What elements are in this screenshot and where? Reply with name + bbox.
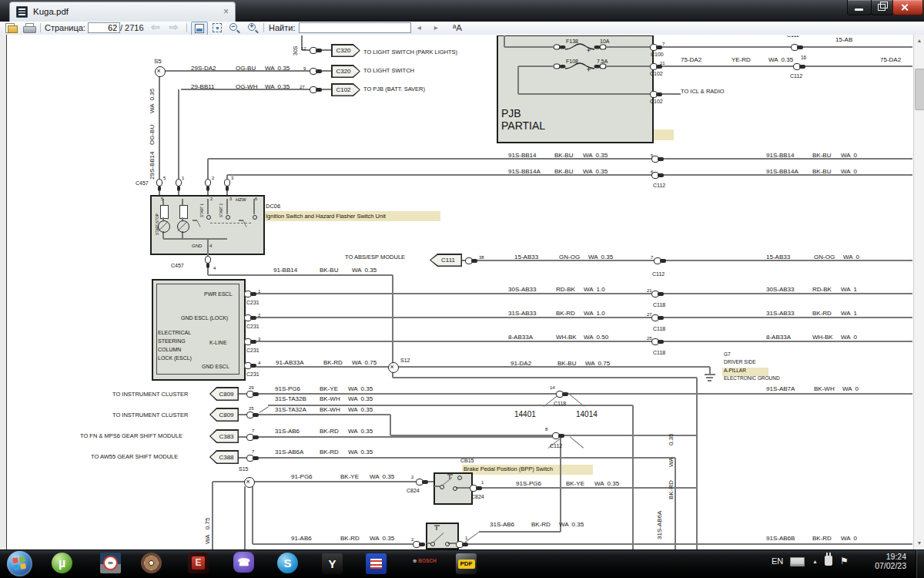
wire-label: 7.5A bbox=[597, 59, 608, 64]
fit-page-icon bbox=[213, 23, 222, 32]
wire-v bbox=[560, 437, 561, 532]
start-button[interactable] bbox=[7, 551, 32, 576]
wire-v bbox=[504, 35, 504, 47]
contact-circle bbox=[226, 215, 230, 220]
minimize-button[interactable] bbox=[847, 0, 872, 15]
connector-tag: C383 bbox=[209, 429, 239, 443]
wire-label: WH WA 0.75 bbox=[205, 518, 211, 549]
wire-h bbox=[706, 377, 713, 378]
wire-label: START/STOP bbox=[156, 213, 160, 235]
wire-label: Ignition Switch and Hazard Flasher Switc… bbox=[266, 213, 386, 220]
page-number-input[interactable] bbox=[88, 22, 120, 33]
terminal-connector bbox=[224, 179, 231, 192]
wire-label: BK-RD bbox=[340, 536, 360, 542]
wire-label: WH-BK bbox=[812, 334, 833, 341]
document-tab[interactable]: Kuga.pdf × bbox=[9, 2, 236, 22]
yandex-browser-icon[interactable]: Y bbox=[322, 553, 343, 574]
utorrent-icon[interactable]: µ bbox=[52, 553, 72, 573]
restore-icon bbox=[878, 4, 886, 11]
pdf-canvas[interactable]: C320C320C102C111C809C809C383C388S529S-DA… bbox=[7, 35, 913, 549]
language-indicator[interactable]: EN bbox=[772, 556, 783, 566]
wire-h bbox=[662, 46, 912, 47]
connector-tag-label: C320 bbox=[333, 66, 360, 77]
disc-burner-icon[interactable] bbox=[141, 553, 162, 573]
wire-label: BK-RD bbox=[812, 311, 832, 317]
wire-h bbox=[322, 49, 331, 50]
viber-icon[interactable]: ☎ bbox=[233, 552, 254, 573]
terminal-connector bbox=[793, 63, 806, 70]
find-input[interactable] bbox=[299, 22, 411, 33]
wire-label: A-PILLAR bbox=[724, 368, 746, 374]
contact-circle bbox=[206, 215, 211, 220]
vertical-scrollbar[interactable]: ▲ ▼ bbox=[913, 35, 924, 549]
wire-label: WA 1.0 bbox=[584, 311, 605, 317]
open-file-icon[interactable] bbox=[5, 23, 17, 32]
wire-label: 1 bbox=[465, 536, 467, 540]
bosch-esitronic-icon[interactable]: ⊕ BOSCH bbox=[413, 558, 437, 564]
tab-close-icon[interactable]: × bbox=[223, 6, 229, 17]
forward-page-icon[interactable]: ⇨ bbox=[169, 21, 179, 33]
component-box bbox=[179, 205, 188, 219]
wire-label: C118 bbox=[653, 350, 665, 355]
back-page-icon[interactable]: ⇦ bbox=[151, 21, 160, 33]
keyboard-layout-icon[interactable] bbox=[790, 557, 805, 566]
wire-label: 7 bbox=[252, 428, 254, 433]
power-plug-icon[interactable] bbox=[825, 556, 832, 566]
find-next-icon[interactable]: ► bbox=[433, 24, 439, 32]
zoom-in-button[interactable]: + bbox=[246, 22, 260, 34]
speedcam-app-icon[interactable]: ∞ bbox=[100, 553, 121, 573]
elm-config-icon[interactable]: E bbox=[188, 553, 209, 573]
wire-v bbox=[207, 199, 208, 214]
wire-label: 31S-AB6 bbox=[490, 522, 514, 528]
wire-label: GN-OG bbox=[559, 254, 580, 260]
wire-h bbox=[239, 436, 246, 437]
clock[interactable]: 19:24 07/02/23 bbox=[859, 552, 906, 570]
wire-v bbox=[207, 239, 208, 252]
wire-label: WA 0 bbox=[843, 254, 859, 260]
wire-label: 30S-AB33 bbox=[508, 287, 536, 293]
wire-v bbox=[159, 76, 159, 179]
wire-label: BK-RD bbox=[556, 311, 575, 317]
wire-label: RD-BK bbox=[812, 287, 832, 293]
show-desktop-button[interactable] bbox=[916, 549, 924, 578]
scroll-up-button[interactable]: ▲ bbox=[914, 35, 924, 47]
wire-label: TO PJB (BATT. SAVER) bbox=[363, 86, 425, 92]
zoom-out-button[interactable]: − bbox=[228, 22, 242, 34]
floppy-save-icon[interactable] bbox=[366, 553, 387, 574]
wire-label: 75-DA2 bbox=[880, 57, 901, 63]
skype-icon[interactable]: S bbox=[277, 553, 298, 573]
wire-label: WA 0.35 bbox=[583, 169, 608, 175]
wire-v bbox=[207, 268, 208, 275]
close-button[interactable] bbox=[892, 0, 923, 15]
print-icon[interactable] bbox=[23, 23, 35, 32]
match-case-button[interactable]: ªA bbox=[453, 23, 462, 32]
wire-label: BK-WH bbox=[320, 407, 340, 413]
scroll-down-button[interactable]: ▼ bbox=[914, 537, 924, 549]
find-prev-icon[interactable]: ◄ bbox=[416, 24, 422, 32]
wire-h bbox=[256, 317, 912, 318]
wire-label: 10A bbox=[600, 39, 609, 44]
pdf-viewer-icon[interactable]: PDF bbox=[456, 553, 477, 574]
wire-label: BK-BU bbox=[812, 153, 831, 159]
wire-label: TO LIGHT SWITCH (PARK LIGHTS) bbox=[363, 49, 457, 55]
wire-label: BK-BU bbox=[557, 361, 576, 367]
wire-label: BK-YE bbox=[340, 474, 359, 480]
wire-v bbox=[675, 458, 675, 549]
wire-label: GN-OG bbox=[814, 254, 835, 260]
wire-h bbox=[259, 393, 912, 394]
wire-label: 15-AB33 bbox=[514, 254, 538, 260]
hidden-icons-caret[interactable]: ▲ bbox=[812, 559, 818, 564]
wire-label: 3 bbox=[258, 337, 260, 341]
wire-label: 16 bbox=[801, 55, 806, 61]
fit-width-button[interactable] bbox=[191, 22, 208, 35]
action-center-flag-icon[interactable]: ⚑ bbox=[840, 556, 849, 566]
wire-label: Brake Pedal Position (BPP) Switch bbox=[464, 466, 553, 472]
fit-page-button[interactable] bbox=[209, 22, 225, 34]
wire-label: 3 bbox=[229, 197, 232, 202]
wire-label: 4 bbox=[258, 361, 260, 365]
wire-label: 6 bbox=[651, 170, 653, 174]
wire-slant bbox=[259, 406, 270, 413]
scrollbar-thumb[interactable] bbox=[915, 69, 924, 110]
wire-label: 91-AB6 bbox=[291, 536, 312, 542]
restore-button[interactable] bbox=[871, 0, 893, 15]
